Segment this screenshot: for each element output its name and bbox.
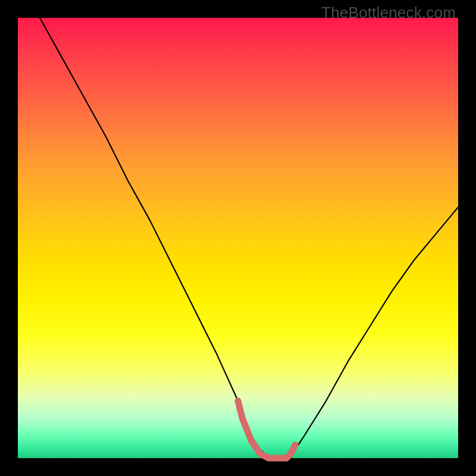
- highlight-flat: [238, 401, 295, 458]
- plot-area: [18, 18, 458, 458]
- curve-svg: [18, 18, 458, 458]
- watermark-text: TheBottleneck.com: [321, 4, 456, 22]
- main-curve: [40, 18, 458, 458]
- chart-frame: TheBottleneck.com: [0, 0, 476, 476]
